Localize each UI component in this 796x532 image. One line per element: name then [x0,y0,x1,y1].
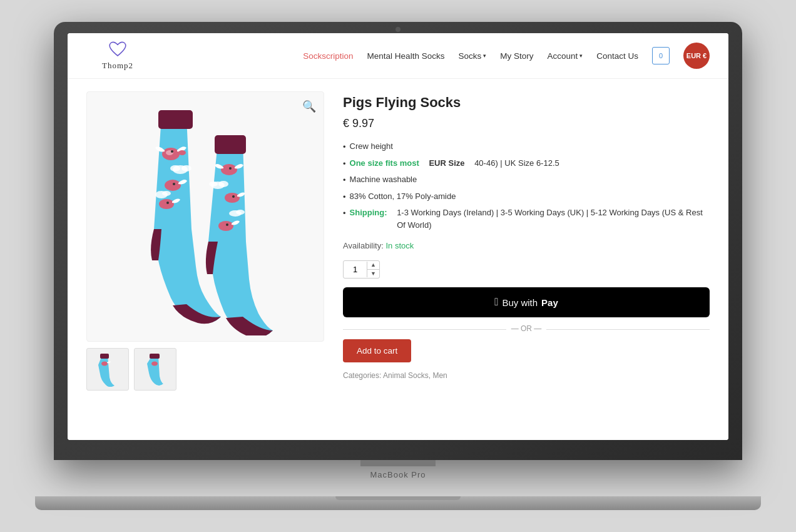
svg-point-18 [232,195,235,198]
svg-point-23 [209,182,218,187]
zoom-icon[interactable]: 🔍 [302,100,316,113]
svg-point-11 [170,165,180,171]
laptop-camera [395,27,401,32]
laptop-notch [360,460,436,466]
socks-chevron-icon: ▾ [483,53,486,59]
svg-point-5 [165,180,181,191]
quantity-controls: ▲ ▼ [367,261,379,278]
account-chevron-icon: ▾ [579,53,583,59]
site-logo: Thomp2 [86,41,149,71]
svg-point-7 [159,199,174,209]
feature-size: One size fits most EUR Size 40-46) | UK … [343,157,710,170]
nav-account[interactable]: Account ▾ [547,51,583,61]
add-to-cart-button[interactable]: Add to cart [343,339,411,362]
svg-rect-26 [100,354,109,359]
laptop-body: Thomp2 Sockscription Mental Health Socks… [54,22,742,460]
categories-value: Animal Socks, Men [383,371,447,380]
product-title: Pigs Flying Socks [343,95,710,111]
svg-point-22 [218,181,228,187]
site-header: Thomp2 Sockscription Mental Health Socks… [68,33,728,79]
categories-label: Categories: [343,371,381,380]
svg-point-8 [166,202,169,204]
svg-point-6 [173,183,175,185]
laptop-wrapper: Thomp2 Sockscription Mental Health Socks… [54,22,742,510]
quantity-wrapper: 1 ▲ ▼ [343,260,710,279]
feature-crew-height: Crew height [343,140,710,153]
nav-sockscription[interactable]: Sockscription [303,51,353,61]
site-nav: Sockscription Mental Health Socks Socks … [303,43,710,69]
svg-point-10 [181,165,191,171]
svg-point-25 [236,210,245,215]
feature-material: 83% Cotton, 17% Poly-amide [343,190,710,203]
nav-contact-us[interactable]: Contact Us [596,51,638,61]
thumbnail-row [86,348,324,391]
availability-label: Availability: [343,241,384,250]
nav-mental-health-socks[interactable]: Mental Health Socks [367,51,445,61]
or-divider: — OR — [343,324,710,333]
svg-rect-14 [215,135,246,154]
or-label: — OR — [506,324,547,333]
quantity-display: 1 [344,262,367,277]
svg-point-15 [221,164,237,175]
nav-socks[interactable]: Socks ▾ [458,51,486,61]
svg-point-3 [171,150,173,153]
logo-heart-icon [108,41,128,61]
product-features: Crew height One size fits most EUR Size … [343,140,710,231]
feature-washable: Machine washable [343,173,710,187]
svg-point-4 [178,150,186,155]
thumbnail-1[interactable] [86,348,129,391]
svg-point-29 [151,361,158,366]
product-images: 🔍 [86,91,324,429]
cart-button[interactable]: 0 [652,47,670,64]
screen: Thomp2 Sockscription Mental Health Socks… [68,33,728,440]
nav-story[interactable]: My Story [500,51,533,61]
svg-point-19 [218,221,233,231]
svg-rect-28 [150,354,160,359]
categories-row: Categories: Animal Socks, Men [343,371,710,380]
cart-count: 0 [659,52,663,59]
svg-point-20 [226,223,228,226]
logo-text: Thomp2 [102,61,133,71]
feature-shipping: Shipping: 1-3 Working Days (Ireland) | 3… [343,207,710,231]
macbook-label: MacBook Pro [370,470,426,479]
quantity-box[interactable]: 1 ▲ ▼ [343,260,380,279]
thumbnail-2[interactable] [134,348,176,391]
svg-rect-0 [158,110,193,129]
product-details: Pigs Flying Socks € 9.97 Crew height One… [343,91,710,429]
main-product-image: 🔍 [86,91,324,342]
currency-button[interactable]: EUR € [683,43,710,69]
svg-point-17 [225,193,240,203]
quantity-increase[interactable]: ▲ [367,261,379,270]
availability-row: Availability: In stock [343,241,710,250]
apple-pay-button[interactable]:  Buy with Pay [343,287,710,317]
svg-point-16 [229,167,232,170]
product-price: € 9.97 [343,117,710,130]
main-content: 🔍 [68,79,728,440]
svg-point-13 [162,191,171,196]
svg-point-27 [101,361,108,366]
availability-value: In stock [385,241,414,250]
laptop-base [35,496,761,510]
quantity-decrease[interactable]: ▼ [367,270,379,278]
